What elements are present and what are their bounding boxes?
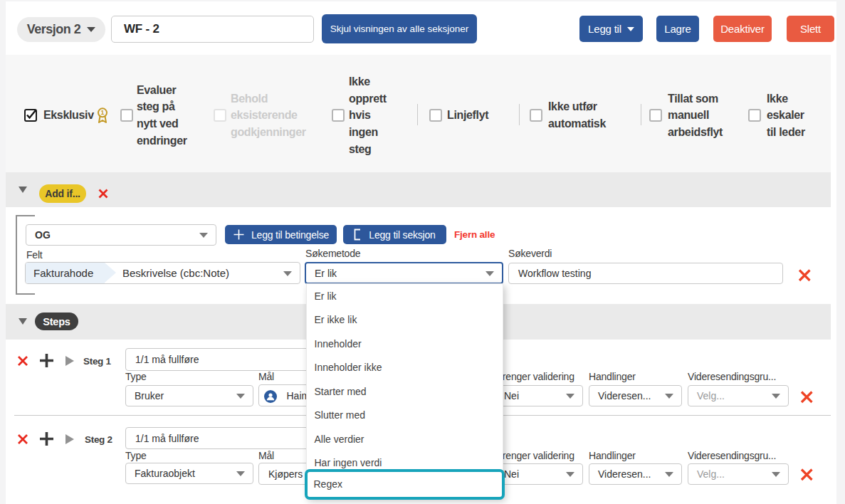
- svg-text:1: 1: [101, 109, 105, 116]
